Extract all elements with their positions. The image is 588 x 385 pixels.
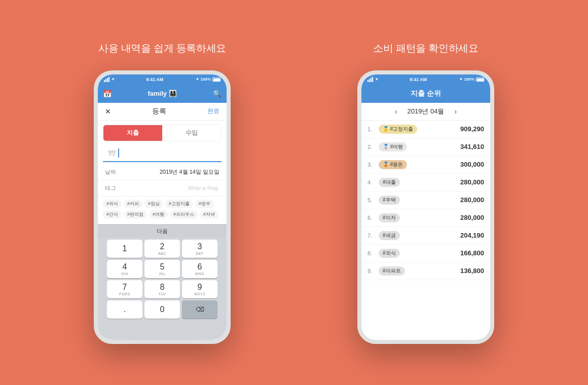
spending-amount: 300,000: [460, 161, 484, 168]
app2-nav: 지출 순위: [361, 85, 490, 103]
battery-text: 100%: [201, 77, 211, 82]
key-7[interactable]: 7PQRS: [107, 280, 142, 298]
date-field-row: 날짜 2019년 4월 14일 일요일: [98, 164, 227, 180]
key-special[interactable]: ⌫: [182, 300, 217, 319]
right-status-right: ✦ 100%: [459, 77, 484, 82]
spending-tag[interactable]: 🥉 #용돈: [379, 160, 407, 169]
rank-number: 9.: [368, 268, 375, 274]
spending-tag[interactable]: #세금: [379, 231, 400, 240]
prev-month-button[interactable]: ‹: [395, 107, 397, 115]
quick-tag[interactable]: #외식: [103, 200, 122, 208]
rank-number: 3.: [368, 162, 375, 168]
right-battery-icon: [476, 78, 484, 82]
rank-number: 8.: [368, 250, 375, 256]
spending-item: 6.#이자280,000: [361, 209, 490, 227]
month-nav-row: ‹ 2019년 04월 ›: [361, 103, 490, 121]
left-status-time: 9:41 AM: [146, 77, 163, 82]
spending-tag[interactable]: #대출: [379, 178, 400, 187]
key-0[interactable]: 0: [144, 300, 180, 319]
modal-done-button[interactable]: 완료: [207, 107, 219, 115]
quick-tag[interactable]: #편의점: [124, 210, 147, 219]
key-5[interactable]: 5JKL: [144, 260, 180, 278]
key-4[interactable]: 4GHI: [107, 260, 142, 278]
quick-tag[interactable]: #영우: [195, 200, 214, 208]
modal-title: 등록: [152, 107, 166, 116]
key-8[interactable]: 8TUV: [144, 280, 180, 298]
tag-field-row: 태그 Write a #tag.: [98, 180, 227, 197]
spending-amount: 280,000: [460, 196, 484, 204]
modal-header: ✕ 등록 완료: [98, 103, 227, 121]
spending-amount: 136,800: [460, 267, 484, 275]
keyboard-row: .0⌫: [100, 300, 225, 319]
quick-tags-section: #외식#커피#점심#고정지출#영우 #간식#편의점#여행#프리우스#저녁: [98, 197, 227, 224]
key-6[interactable]: 6MNO: [182, 260, 217, 278]
battery-icon: [212, 78, 220, 82]
calendar-icon[interactable]: 📅: [103, 90, 112, 98]
keyboard[interactable]: 12ABC3DEF4GHI5JKL6MNO7PQRS8TUV9WXYZ.0⌫: [98, 238, 227, 340]
right-battery-text: 100%: [464, 77, 474, 82]
left-status-bar: ▾ 9:41 AM ✦ 100%: [98, 74, 227, 85]
currency-symbol: ₩: [108, 148, 116, 158]
spending-tag[interactable]: 🥈 #여행: [379, 142, 407, 151]
right-section: 소비 패턴을 확인하세요 ▾ 9:41 AM: [357, 42, 494, 344]
spending-amount: 204,190: [460, 232, 484, 239]
right-phone-inner: ▾ 9:41 AM ✦ 100% 지출 순위: [361, 74, 490, 340]
quick-tag[interactable]: #저녁: [200, 210, 218, 219]
spending-amount: 341,610: [460, 143, 484, 150]
bluetooth-icon: ✦: [196, 77, 199, 82]
keyboard-row: 4GHI5JKL6MNO: [100, 260, 225, 278]
spending-item: 9.#아파트136,800: [361, 262, 490, 280]
quick-tag[interactable]: #프리우스: [170, 210, 198, 219]
right-signal-bars: [368, 77, 373, 82]
spending-tag[interactable]: #이자: [379, 213, 400, 222]
search-icon[interactable]: 🔍: [213, 90, 222, 98]
spending-amount: 280,000: [460, 214, 484, 221]
right-status-time: 9:41 AM: [410, 77, 427, 82]
right-phone: ▾ 9:41 AM ✦ 100% 지출 순위: [357, 70, 494, 344]
quick-tags-row-2: #간식#편의점#여행#프리우스#저녁: [103, 210, 222, 219]
left-section: 사용 내역을 쉽게 등록하세요 ▾ 9:41 AM: [94, 42, 231, 344]
next-month-button[interactable]: ›: [455, 107, 457, 115]
quick-tags-row-1: #외식#커피#점심#고정지출#영우: [103, 200, 222, 208]
quick-tag[interactable]: #여행: [149, 210, 168, 219]
spending-tag[interactable]: 🥇 #고정지출: [379, 125, 417, 134]
date-label: 날짜: [105, 168, 116, 176]
spending-amount: 280,000: [460, 178, 484, 186]
spending-tag[interactable]: #아파트: [379, 266, 405, 276]
tab-expense[interactable]: 지출: [103, 125, 162, 141]
key-9[interactable]: 9WXYZ: [182, 280, 217, 298]
amount-input-row: ₩: [103, 145, 222, 162]
toolbar-next-label[interactable]: 다음: [157, 227, 168, 235]
key-3[interactable]: 3DEF: [182, 240, 217, 258]
left-title: 사용 내역을 쉽게 등록하세요: [98, 42, 226, 55]
cursor: [118, 148, 119, 158]
key-2[interactable]: 2ABC: [144, 240, 180, 258]
right-status-bar: ▾ 9:41 AM ✦ 100%: [361, 74, 490, 85]
right-bluetooth-icon: ✦: [459, 77, 463, 82]
key-1[interactable]: 1: [107, 240, 142, 258]
spending-item: 7.#세금204,190: [361, 227, 490, 245]
month-label: 2019년 04월: [408, 107, 445, 116]
quick-tag[interactable]: #간식: [103, 210, 122, 219]
tag-placeholder[interactable]: Write a #tag.: [188, 185, 219, 191]
keyboard-rows: 12ABC3DEF4GHI5JKL6MNO7PQRS8TUV9WXYZ.0⌫: [98, 238, 227, 321]
spending-list: 1.🥇 #고정지출909,2902.🥈 #여행341,6103.🥉 #용돈300…: [361, 121, 490, 340]
quick-tag[interactable]: #커피: [124, 200, 142, 208]
date-value[interactable]: 2019년 4월 14일 일요일: [160, 168, 219, 176]
quick-tag[interactable]: #고정지출: [165, 200, 193, 208]
rank-number: 1.: [368, 126, 375, 132]
keyboard-row: 12ABC3DEF: [100, 240, 225, 258]
tab-income[interactable]: 수입: [162, 125, 221, 141]
modal-close-button[interactable]: ✕: [105, 107, 111, 115]
app2-nav-title: 지출 순위: [411, 89, 441, 98]
spending-tag[interactable]: #주택: [379, 196, 400, 205]
spending-item: 5.#주택280,000: [361, 191, 490, 209]
rank-number: 6.: [368, 215, 375, 221]
spending-amount: 909,290: [460, 125, 484, 133]
wifi-icon: ▾: [112, 77, 114, 82]
spending-amount: 166,800: [460, 249, 484, 257]
key-special[interactable]: .: [107, 300, 142, 319]
quick-tag[interactable]: #점심: [144, 200, 163, 208]
page-container: 사용 내역을 쉽게 등록하세요 ▾ 9:41 AM: [0, 0, 588, 385]
spending-tag[interactable]: #외식: [379, 249, 400, 258]
